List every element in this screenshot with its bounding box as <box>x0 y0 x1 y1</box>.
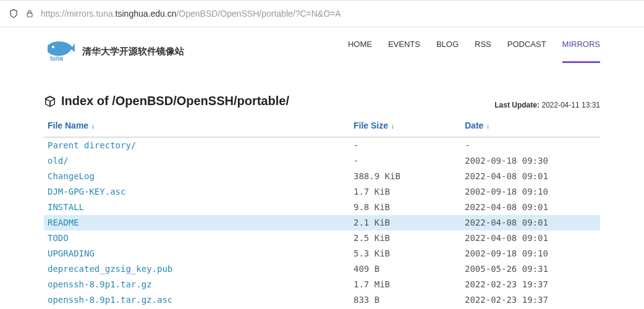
file-link[interactable]: Parent directory/ <box>48 140 136 150</box>
file-size: 833 B <box>350 292 461 308</box>
sort-arrow-icon: ↓ <box>391 122 394 130</box>
file-size: - <box>350 153 461 169</box>
nav-link-podcast[interactable]: PODCAST <box>507 40 546 63</box>
url-text: https://mirrors.tuna.tsinghua.edu.cn/Ope… <box>41 9 341 19</box>
svg-text:tuna: tuna <box>50 55 64 62</box>
shield-icon <box>9 9 19 19</box>
file-size: 5.3 KiB <box>350 246 461 261</box>
title-prefix: Index of <box>61 94 112 108</box>
site-header: tuna 清华大学开源软件镜像站 HOMEEVENTSBLOGRSSPODCAS… <box>44 38 600 64</box>
file-date: 2022-02-23 19:37 <box>461 292 600 308</box>
nav-link-rss[interactable]: RSS <box>475 40 491 63</box>
file-size: - <box>350 138 461 153</box>
file-date: 2022-04-08 09:01 <box>461 169 600 184</box>
table-row: UPGRADING5.3 KiB2002-09-18 09:10 <box>44 246 600 261</box>
table-row: ChangeLog388.9 KiB2022-04-08 09:01 <box>44 169 600 184</box>
file-listing-table: File Name↓ File Size↓ Date↓ Parent direc… <box>44 116 600 310</box>
file-date: 2002-09-18 09:30 <box>461 153 600 169</box>
nav-link-home[interactable]: HOME <box>348 40 372 63</box>
col-header-size[interactable]: File Size↓ <box>350 116 461 138</box>
file-size: 409 B <box>350 261 461 277</box>
brand-text: 清华大学开源软件镜像站 <box>82 46 184 57</box>
tuna-logo-icon: tuna <box>44 38 77 64</box>
svg-rect-0 <box>27 13 32 17</box>
file-link[interactable]: openssh-8.9p1.tar.gz <box>48 279 152 289</box>
file-size: 1.7 MiB <box>350 277 461 292</box>
table-row: openssh-8.9p1.tar.gz.asc833 B2022-02-23 … <box>44 292 600 308</box>
svg-point-1 <box>52 46 54 48</box>
table-row: INSTALL9.8 KiB2022-04-08 09:01 <box>44 200 600 215</box>
col-header-name[interactable]: File Name↓ <box>44 116 350 138</box>
title-path: /OpenBSD/OpenSSH/portable/ <box>112 94 289 108</box>
cube-icon <box>44 95 56 108</box>
file-date: 2022-04-08 09:01 <box>461 231 600 246</box>
file-link[interactable]: INSTALL <box>48 202 84 212</box>
file-date: 2005-05-26 09:31 <box>461 261 600 277</box>
nav-link-events[interactable]: EVENTS <box>388 40 420 63</box>
file-link[interactable]: openssh-8.9p1.tar.gz.asc <box>48 295 172 305</box>
nav-link-blog[interactable]: BLOG <box>436 40 459 63</box>
table-row: TODO2.5 KiB2022-04-08 09:01 <box>44 231 600 246</box>
file-link[interactable]: old/ <box>48 156 69 166</box>
file-link[interactable]: deprecated_gzsig_key.pub <box>48 264 172 274</box>
sort-arrow-icon: ↓ <box>486 122 489 130</box>
file-size: 388.9 KiB <box>350 169 461 184</box>
file-size: 2.1 KiB <box>350 215 461 231</box>
lock-icon <box>25 9 35 19</box>
table-row: openssh-8.9p1.tar.gz1.7 MiB2022-02-23 19… <box>44 277 600 292</box>
sort-arrow-icon: ↓ <box>91 122 95 130</box>
page-title: Index of /OpenBSD/OpenSSH/portable/ <box>44 94 289 108</box>
file-date: 2002-09-18 09:10 <box>461 184 600 200</box>
url-bar[interactable]: https://mirrors.tuna.tsinghua.edu.cn/Ope… <box>0 0 644 27</box>
table-row: deprecated_gzsig_key.pub409 B2005-05-26 … <box>44 261 600 277</box>
file-date: 2002-09-18 09:10 <box>461 246 600 261</box>
file-size: 9.8 KiB <box>350 200 461 215</box>
file-link[interactable]: DJM-GPG-KEY.asc <box>48 187 125 197</box>
table-row: DJM-GPG-KEY.asc1.7 KiB2002-09-18 09:10 <box>44 184 600 200</box>
table-row: Parent directory/-- <box>44 138 600 153</box>
last-update: Last Update: 2022-04-11 13:31 <box>494 101 600 109</box>
file-link[interactable]: TODO <box>48 233 69 243</box>
file-date: 2022-04-08 09:01 <box>461 215 600 231</box>
file-date: 2022-04-08 09:01 <box>461 200 600 215</box>
nav-link-mirrors[interactable]: MIRRORS <box>562 40 600 63</box>
col-header-date[interactable]: Date↓ <box>461 116 600 138</box>
file-date: 2022-02-23 19:37 <box>461 277 600 292</box>
file-date: - <box>461 138 600 153</box>
file-link[interactable]: ChangeLog <box>48 171 95 181</box>
file-link[interactable]: README <box>48 218 79 227</box>
file-link[interactable]: UPGRADING <box>48 248 95 258</box>
brand[interactable]: tuna 清华大学开源软件镜像站 <box>44 38 184 64</box>
file-size: 1.7 KiB <box>350 184 461 200</box>
table-row: old/-2002-09-18 09:30 <box>44 153 600 169</box>
file-size: 2.5 KiB <box>350 231 461 246</box>
table-row: README2.1 KiB2022-04-08 09:01 <box>44 215 600 231</box>
main-nav: HOMEEVENTSBLOGRSSPODCASTMIRRORS <box>348 40 600 63</box>
